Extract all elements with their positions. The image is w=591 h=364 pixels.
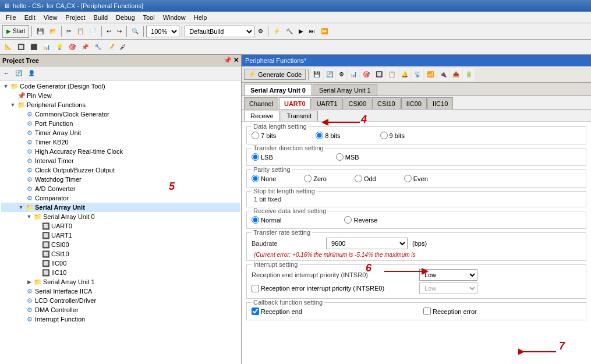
radio-8bits[interactable] [316, 132, 323, 139]
panel-tb-btn1[interactable]: 💾 [311, 68, 323, 81]
tree-item-uart0[interactable]: 🔲 UART0 [1, 221, 240, 231]
radio-normal-label[interactable]: Normal [252, 216, 281, 224]
tree-item-peripheral-functions[interactable]: ▼ 📁 Peripheral Functions [1, 100, 240, 109]
tb2-btn10[interactable]: 🖊 [118, 41, 128, 54]
tree-item-timer-array[interactable]: ⚙ Timer Array Unit [1, 128, 240, 137]
panel-tb-btn6[interactable]: 🔲 [373, 68, 385, 81]
settings-button[interactable]: ⚙ [256, 25, 266, 38]
radio-lsb-label[interactable]: LSB [252, 153, 273, 161]
tab-sau1[interactable]: Serial Array Unit 1 [313, 84, 377, 96]
tab-uart1[interactable]: UART1 [312, 97, 343, 109]
menu-build[interactable]: Build [90, 13, 111, 22]
menu-tool[interactable]: Tool [140, 13, 158, 22]
panel-tb-btn13[interactable]: 🔋 [463, 68, 475, 81]
tab-sau0[interactable]: Serial Array Unit 0 [244, 84, 312, 96]
radio-9bits-label[interactable]: 9 bits [380, 132, 405, 139]
close-tree-icon[interactable]: ✕ [233, 56, 239, 64]
tree-user-btn[interactable]: 👤 [26, 67, 37, 80]
tree-item-code-generator[interactable]: ▼ 📁 Code Generator (Design Tool) [1, 82, 240, 91]
tb2-btn4[interactable]: 📊 [41, 41, 52, 54]
zoom-select[interactable]: 100% [146, 26, 179, 37]
build-btn2[interactable]: 🔨 [284, 25, 295, 38]
tree-item-iic00[interactable]: 🔲 IIC00 [1, 259, 240, 268]
panel-tb-btn2[interactable]: 🔄 [324, 68, 335, 81]
cut-button[interactable]: ✂ [64, 25, 73, 38]
baudrate-select[interactable]: 9600 [326, 238, 408, 249]
tree-item-serial-array[interactable]: ▼ 📁 Serial Array Unit [1, 203, 240, 212]
menu-project[interactable]: Project [62, 13, 89, 22]
redo-button[interactable]: ↪ [115, 25, 124, 38]
panel-tb-btn4[interactable]: 📊 [348, 68, 359, 81]
find-button[interactable]: 🔍 [129, 25, 141, 38]
panel-tb-btn9[interactable]: 📡 [412, 68, 423, 81]
tb2-btn8[interactable]: 🔧 [92, 41, 104, 54]
menu-window[interactable]: Window [160, 13, 189, 22]
undo-button[interactable]: ↩ [104, 25, 114, 38]
tab-receive[interactable]: Receive [244, 111, 280, 121]
reception-error-cb-label[interactable]: Reception error interrupt priority (INTS… [252, 285, 415, 292]
tb2-btn1[interactable]: 📐 [2, 41, 14, 54]
tree-back-btn[interactable]: ← [1, 67, 12, 80]
radio-zero[interactable] [304, 175, 312, 182]
expand-sau0[interactable]: ▼ [26, 213, 33, 220]
generate-code-button[interactable]: ⚡ Generate Code [244, 69, 306, 80]
radio-msb-label[interactable]: MSB [336, 153, 359, 161]
expand-sau1[interactable]: ▶ [26, 278, 33, 285]
radio-none-label[interactable]: None [252, 175, 276, 182]
menu-view[interactable]: View [40, 13, 61, 22]
reception-error-int-select[interactable]: Low High [419, 282, 477, 294]
tab-iic00[interactable]: IIC00 [401, 97, 427, 109]
radio-none[interactable] [252, 175, 259, 182]
tree-item-csi10[interactable]: 🔲 CSI10 [1, 249, 240, 259]
start-button[interactable]: ▶ Start [2, 25, 29, 38]
expand-peripheral[interactable]: ▼ [9, 101, 16, 108]
tree-item-csi00[interactable]: 🔲 CSI00 [1, 240, 240, 249]
tree-item-watchdog[interactable]: ⚙ Watchdog Timer [1, 175, 240, 184]
tree-item-adc[interactable]: ⚙ A/D Converter [1, 184, 240, 193]
build-btn5[interactable]: ⏩ [318, 25, 330, 38]
tree-scroll-area[interactable]: ▼ 📁 Code Generator (Design Tool) 📌 Pin V… [0, 80, 241, 364]
radio-7bits-label[interactable]: 7 bits [252, 132, 276, 139]
panel-tb-btn8[interactable]: 🔔 [399, 68, 410, 81]
tree-item-lcd-ctrl[interactable]: ⚙ LCD Controller/Driver [1, 296, 240, 305]
tree-item-high-accuracy-rtc[interactable]: ⚙ High Accuracy Real-time Clock [1, 147, 240, 156]
tb2-btn5[interactable]: 💡 [54, 41, 65, 54]
radio-9bits[interactable] [380, 132, 388, 139]
panel-tb-btn10[interactable]: 📶 [424, 68, 436, 81]
menu-help[interactable]: Help [190, 13, 211, 22]
tree-item-timer-kb20[interactable]: ⚙ Timer KB20 [1, 137, 240, 147]
reception-end-cb-label[interactable]: Reception end [252, 308, 302, 315]
tree-item-comparator[interactable]: ⚙ Comparator [1, 193, 240, 203]
copy-button[interactable]: 📋 [75, 25, 86, 38]
save-button[interactable]: 💾 [34, 25, 46, 38]
panel-tb-btn12[interactable]: 📤 [450, 68, 462, 81]
tb2-btn6[interactable]: 🎯 [66, 41, 78, 54]
build-btn1[interactable]: ⚡ [271, 25, 282, 38]
tree-item-dma[interactable]: ⚙ DMA Controller [1, 305, 240, 314]
panel-tb-btn11[interactable]: 🔌 [437, 68, 449, 81]
build-btn4[interactable]: ⏭ [307, 25, 317, 38]
panel-tb-btn7[interactable]: 📋 [386, 68, 398, 81]
expand-serial-array[interactable]: ▼ [17, 204, 24, 211]
tree-item-iic10[interactable]: 🔲 IIC10 [1, 268, 240, 277]
tree-item-serial-iica[interactable]: ⚙ Serial Interface IICA [1, 287, 240, 296]
tab-uart0[interactable]: UART0 [279, 97, 311, 109]
tree-item-interval-timer[interactable]: ⚙ Interval Timer [1, 156, 240, 165]
tb2-btn2[interactable]: 🔲 [15, 41, 27, 54]
tree-item-clock-output[interactable]: ⚙ Clock Output/Buzzer Output [1, 165, 240, 175]
build-btn3[interactable]: ▶ [296, 25, 306, 38]
tree-item-clock-gen[interactable]: ⚙ Common/Clock Generator [1, 109, 240, 119]
radio-7bits[interactable] [252, 132, 259, 139]
tree-item-uart1[interactable]: 🔲 UART1 [1, 231, 240, 240]
radio-8bits-label[interactable]: 8 bits [316, 132, 340, 139]
radio-lsb[interactable] [252, 153, 259, 161]
tab-csi10[interactable]: CSI10 [372, 97, 401, 109]
menu-edit[interactable]: Edit [21, 13, 39, 22]
menu-file[interactable]: File [2, 13, 20, 22]
radio-odd[interactable] [355, 175, 362, 182]
tab-transmit[interactable]: Transmit [281, 111, 318, 121]
tab-iic10[interactable]: IIC10 [427, 97, 453, 109]
paste-button[interactable]: 📄 [87, 25, 99, 38]
radio-reverse[interactable] [344, 216, 352, 224]
radio-msb[interactable] [336, 153, 344, 161]
